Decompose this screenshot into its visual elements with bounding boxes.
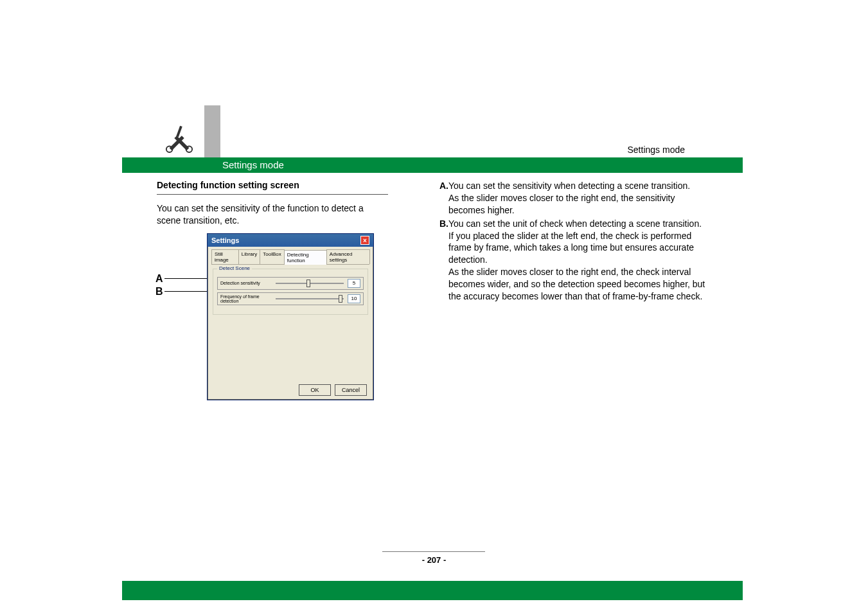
tab-still-image[interactable]: Still image <box>211 249 239 264</box>
sensitivity-value: 5 <box>348 279 360 288</box>
sensitivity-row: Detection sensitivity 5 <box>217 277 364 290</box>
list-a-content: You can set the sensitivity when detecti… <box>448 180 707 217</box>
fieldset-legend: Detect Scene <box>217 265 252 271</box>
page-number-rule <box>382 551 485 552</box>
tab-advanced[interactable]: Advanced settings <box>326 249 370 264</box>
dialog-button-row: OK Cancel <box>299 384 367 396</box>
b-line3: As the slider moves closer to the right … <box>448 266 707 303</box>
green-bar-text: Settings mode <box>222 159 284 170</box>
detect-scene-fieldset: Detect Scene Detection sensitivity 5 Fre… <box>213 269 368 315</box>
callout-b: B <box>155 286 163 298</box>
frequency-thumb[interactable] <box>339 295 342 303</box>
settings-dialog: Settings × Still image Library ToolBox D… <box>207 233 374 400</box>
section-intro: You can set the sensitivity of the funct… <box>157 202 388 227</box>
left-column: Detecting function setting screen You ca… <box>157 180 427 233</box>
section-heading: Detecting function setting screen <box>157 180 388 195</box>
list-a-label: A. <box>439 180 448 217</box>
callout-b-line <box>164 291 211 292</box>
a-line2: As the slider moves closer to the right … <box>448 192 707 217</box>
sensitivity-label: Detection sensitivity <box>220 281 272 285</box>
dialog-title: Settings <box>211 236 239 244</box>
sensitivity-slider[interactable] <box>276 283 344 284</box>
a-line1: You can set the sensitivity when detecti… <box>448 180 707 192</box>
dialog-body: Detect Scene Detection sensitivity 5 Fre… <box>211 269 369 384</box>
callout-a: A <box>155 273 163 285</box>
page: Settings mode Settings mode Detecting fu… <box>0 0 868 613</box>
list-b-label: B. <box>439 218 448 303</box>
description-list: A. You can set the sensitivity when dete… <box>439 180 707 303</box>
tab-detecting-function[interactable]: Detecting function <box>284 250 327 265</box>
tools-icon <box>164 123 197 155</box>
frequency-slider[interactable] <box>276 298 344 299</box>
list-item-b: B. You can set the unit of check when de… <box>439 218 707 303</box>
frequency-row: Frequency of frame detection 10 <box>217 292 364 305</box>
close-icon[interactable]: × <box>360 236 369 245</box>
svg-rect-2 <box>176 126 182 138</box>
green-footer-bar <box>122 581 743 600</box>
b-line1: You can set the unit of check when detec… <box>448 218 707 230</box>
gray-tab <box>204 105 220 163</box>
sensitivity-thumb[interactable] <box>306 280 310 287</box>
dialog-tabs: Still image Library ToolBox Detecting fu… <box>211 249 369 265</box>
callout-a-line <box>164 278 211 279</box>
list-item-a: A. You can set the sensitivity when dete… <box>439 180 707 217</box>
page-number: - 207 - <box>0 555 868 565</box>
tab-toolbox[interactable]: ToolBox <box>260 249 284 264</box>
cancel-button[interactable]: Cancel <box>335 384 367 396</box>
header-mode-label: Settings mode <box>628 145 686 155</box>
green-header-bar <box>122 157 743 173</box>
list-b-content: You can set the unit of check when detec… <box>448 218 707 303</box>
right-column: A. You can set the sensitivity when dete… <box>439 180 707 304</box>
frequency-value: 10 <box>348 294 360 303</box>
tab-library[interactable]: Library <box>238 249 260 264</box>
frequency-label: Frequency of frame detection <box>220 294 272 303</box>
dialog-titlebar: Settings × <box>208 234 373 247</box>
b-line2: If you placed the slider at the left end… <box>448 230 707 267</box>
ok-button[interactable]: OK <box>299 384 331 396</box>
